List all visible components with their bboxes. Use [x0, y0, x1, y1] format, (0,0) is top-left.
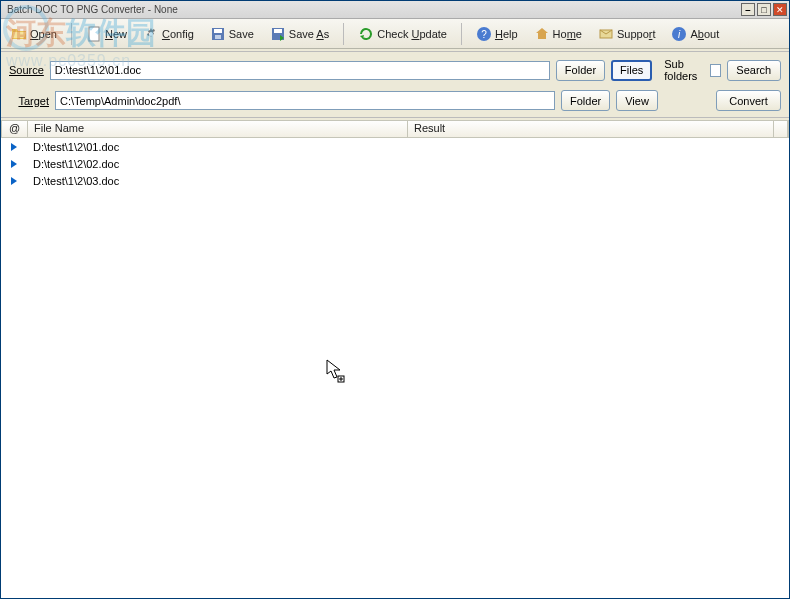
svg-point-1: [149, 32, 153, 36]
mail-icon: [598, 26, 614, 42]
play-icon: [1, 143, 27, 151]
filename-cell: D:\test\1\2\01.doc: [27, 141, 407, 153]
svg-rect-4: [215, 35, 221, 39]
play-icon: [1, 177, 27, 185]
maximize-button[interactable]: □: [757, 3, 771, 16]
list-item[interactable]: D:\test\1\2\01.doc: [1, 138, 789, 155]
column-result[interactable]: Result: [408, 121, 774, 137]
search-button[interactable]: Search: [727, 60, 781, 81]
app-window: Batch DOC TO PNG Converter - None ‒ □ ✕ …: [0, 0, 790, 599]
svg-rect-0: [89, 27, 99, 41]
saveas-label: Save As: [289, 28, 329, 40]
svg-rect-6: [274, 29, 282, 33]
svg-text:?: ?: [481, 29, 487, 40]
new-file-icon: [86, 26, 102, 42]
minimize-button[interactable]: ‒: [741, 3, 755, 16]
source-row: Source Folder Files Sub folders Search: [1, 54, 789, 86]
target-row: Target Folder View Convert: [1, 86, 789, 115]
list-item[interactable]: D:\test\1\2\03.doc: [1, 172, 789, 189]
subfolders-checkbox[interactable]: [710, 64, 720, 77]
column-scroll-spacer: [774, 121, 788, 137]
column-filename[interactable]: File Name: [28, 121, 408, 137]
check-label: Check Update: [377, 28, 447, 40]
source-files-button[interactable]: Files: [611, 60, 652, 81]
titlebar: Batch DOC TO PNG Converter - None ‒ □ ✕: [1, 1, 789, 19]
new-label: New: [105, 28, 127, 40]
save-button[interactable]: Save: [206, 24, 258, 44]
disk-icon: [210, 26, 226, 42]
list-body[interactable]: D:\test\1\2\01.doc D:\test\1\2\02.doc D:…: [1, 138, 789, 598]
config-button[interactable]: Config: [139, 24, 198, 44]
support-button[interactable]: Support: [594, 24, 660, 44]
gear-icon: [143, 26, 159, 42]
target-folder-button[interactable]: Folder: [561, 90, 610, 111]
separator: [343, 23, 344, 45]
convert-button[interactable]: Convert: [716, 90, 781, 111]
window-controls: ‒ □ ✕: [741, 3, 787, 16]
home-button[interactable]: Home: [530, 24, 586, 44]
subfolders-group: Sub folders: [664, 58, 720, 82]
info-icon: i: [671, 26, 687, 42]
save-label: Save: [229, 28, 254, 40]
check-update-button[interactable]: Check Update: [354, 24, 451, 44]
help-button[interactable]: ? Help: [472, 24, 522, 44]
watermark-circle-icon: [3, 5, 49, 51]
column-at[interactable]: @: [2, 121, 28, 137]
source-input[interactable]: [50, 61, 550, 80]
filename-cell: D:\test\1\2\03.doc: [27, 175, 407, 187]
divider: [1, 51, 789, 52]
target-label: Target: [9, 95, 49, 107]
saveas-button[interactable]: Save As: [266, 24, 333, 44]
about-button[interactable]: i About: [667, 24, 723, 44]
home-label: Home: [553, 28, 582, 40]
refresh-icon: [358, 26, 374, 42]
source-folder-button[interactable]: Folder: [556, 60, 605, 81]
toolbar: Open New Config Save Save As Check Updat…: [1, 19, 789, 49]
divider: [1, 117, 789, 118]
new-button[interactable]: New: [82, 24, 131, 44]
close-button[interactable]: ✕: [773, 3, 787, 16]
disk-arrow-icon: [270, 26, 286, 42]
separator: [71, 23, 72, 45]
support-label: Support: [617, 28, 656, 40]
config-label: Config: [162, 28, 194, 40]
list-header: @ File Name Result: [1, 120, 789, 138]
source-label: Source: [9, 64, 44, 76]
svg-rect-3: [214, 29, 222, 33]
about-label: About: [690, 28, 719, 40]
help-icon: ?: [476, 26, 492, 42]
separator: [461, 23, 462, 45]
help-label: Help: [495, 28, 518, 40]
view-button[interactable]: View: [616, 90, 658, 111]
subfolders-label: Sub folders: [664, 58, 706, 82]
home-icon: [534, 26, 550, 42]
play-icon: [1, 160, 27, 168]
filename-cell: D:\test\1\2\02.doc: [27, 158, 407, 170]
target-input[interactable]: [55, 91, 555, 110]
list-item[interactable]: D:\test\1\2\02.doc: [1, 155, 789, 172]
